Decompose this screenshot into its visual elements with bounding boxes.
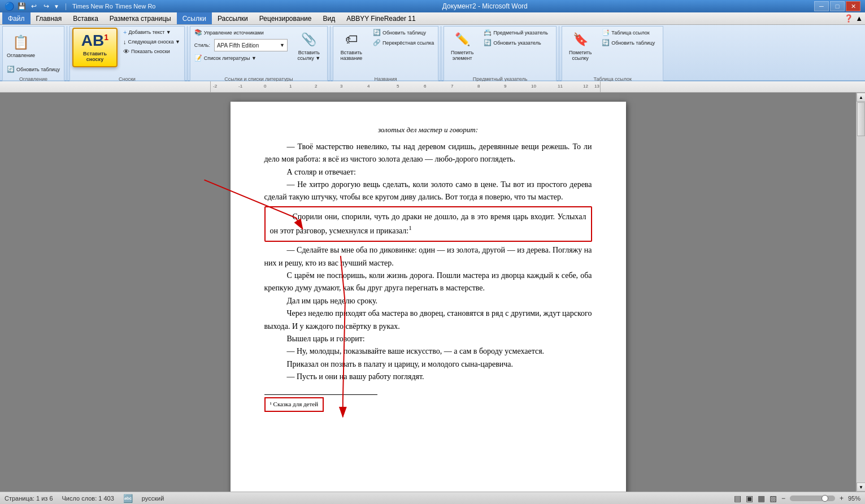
scroll-down-button[interactable]: ▼ [857, 483, 865, 492]
sep3 [330, 26, 331, 84]
insert-ref-label: Вставитьссылку ▼ [298, 50, 321, 61]
nazv-small-buttons: 🔄 Обновить таблицу 🔗 Перекрёстная ссылка [371, 28, 436, 47]
view-layout-icon[interactable]: ▣ [746, 494, 753, 503]
close-button[interactable]: ✕ [846, 1, 860, 11]
quick-save-icon[interactable]: 💾 [16, 1, 27, 11]
ssylki-buttons: 📚 Управление источниками Стиль: APA Fift… [193, 28, 289, 63]
minimize-button[interactable]: ─ [814, 1, 829, 11]
menu-references[interactable]: Ссылки [177, 12, 212, 24]
ribbon-group-ssylki: 📚 Управление источниками Стиль: APA Fift… [190, 26, 328, 84]
update-toa-icon: 🔄 [602, 39, 610, 46]
footnote-text: ¹ Сказка для детей [264, 397, 324, 412]
spell-check-icon[interactable]: 🔤 [123, 494, 133, 503]
zoom-in-button[interactable]: + [840, 494, 844, 502]
scroll-thumb[interactable] [857, 102, 865, 136]
zoom-thumb[interactable] [821, 495, 828, 502]
mark-cit-label: Пометитьссылку [569, 50, 592, 61]
menu-mailings[interactable]: Рассылки [212, 12, 254, 24]
add-icon: + [123, 29, 127, 36]
insert-ref-icon: 📎 [300, 31, 318, 49]
update-idx-icon: 🔄 [484, 39, 492, 46]
para-7: Дал им царь неделю сроку. [264, 295, 592, 307]
index-button[interactable]: 📇 Предметный указатель [482, 28, 550, 37]
oglav-buttons: 📋 Оглавление 🔄 Обновить таблицу [5, 28, 62, 74]
ribbon-group-snoски: AB1 Вставитьсноску + Добавить текст ▼ ↓ … [69, 26, 185, 84]
zoom-out-button[interactable]: − [781, 494, 785, 502]
help-icon[interactable]: ❓ [844, 14, 853, 23]
ogl-icon: 📋 [12, 33, 30, 51]
word-logo-icon: 🔵 [5, 2, 14, 11]
bib-label: Список литературы ▼ [204, 55, 257, 61]
sep2 [187, 26, 188, 84]
view-normal-icon[interactable]: ▤ [734, 494, 741, 503]
snoski-content: AB1 Вставитьсноску + Добавить текст ▼ ↓ … [72, 28, 182, 82]
insert-caption-button[interactable]: 🏷 Вставитьназвание [336, 28, 367, 64]
table-of-auth-button[interactable]: 📑 Таблица ссылок [600, 28, 657, 37]
ribbon-content: 📋 Оглавление 🔄 Обновить таблицу Оглавлен… [0, 25, 865, 84]
cross-reference-button[interactable]: 🔗 Перекрёстная ссылка [371, 38, 436, 47]
predm-content: ✏️ Пометитьэлемент 📇 Предметный указател… [446, 28, 554, 82]
customize-icon[interactable]: ▼ [54, 3, 59, 10]
scroll-track[interactable] [857, 102, 865, 483]
ribbon-group-oglav-content: 📋 Оглавление 🔄 Обновить таблицу [5, 28, 62, 82]
nazv-content: 🏷 Вставитьназвание 🔄 Обновить таблицу 🔗 … [336, 28, 436, 82]
toa-label: Таблица ссылок [611, 30, 650, 36]
highlighted-para: Спорили они, спорили, чуть до драки не д… [270, 211, 586, 237]
bibliography-button[interactable]: 📝 Список литературы ▼ [193, 53, 289, 63]
ribbon-toggle-icon[interactable]: ▲ [855, 14, 863, 23]
next-fn-label: Следующая сноска ▼ [128, 39, 180, 45]
menu-view[interactable]: Вид [317, 12, 341, 24]
style-dropdown[interactable]: APA Fifth Edition ▼ [214, 39, 288, 51]
tabl-small-buttons: 📑 Таблица ссылок 🔄 Обновить таблицу [600, 28, 657, 47]
update-table-ogl-button[interactable]: 🔄 Обновить таблицу [5, 64, 62, 74]
view-web-icon[interactable]: ▨ [770, 494, 777, 503]
zoom-slider[interactable] [790, 496, 835, 501]
style-selector[interactable]: Стиль: APA Fifth Edition ▼ [193, 38, 289, 53]
insert-footnote-button[interactable]: AB1 Вставитьсноску [72, 28, 118, 67]
update-index-button[interactable]: 🔄 Обновить указатель [482, 38, 550, 47]
show-footnotes-button[interactable]: 👁 Показать сноски [121, 47, 182, 56]
xref-label: Перекрёстная ссылка [382, 40, 434, 46]
highlighted-paragraph-wrapper: Спорили они, спорили, чуть до драки не д… [264, 206, 592, 242]
para-1: — Твоё мастерство невелико, ты над дерев… [264, 141, 592, 166]
style-label: Стиль: [194, 42, 210, 48]
document-page: золотых дел мастер и говорит: — Твоё мас… [231, 102, 626, 492]
view-full-icon[interactable]: ▦ [758, 494, 765, 503]
document-area: ▲ ▼ золотых дел мастер и говорит: — Твоё… [0, 93, 865, 492]
next-footnote-button[interactable]: ↓ Следующая сноска ▼ [121, 37, 182, 46]
status-bar-left: Страница: 1 из 6 Число слов: 1 403 🔤 рус… [5, 494, 164, 503]
para-11: Приказал он позвать в палату и царицу, и… [264, 358, 592, 371]
menu-abbyy[interactable]: ABBYY FineReader 11 [341, 12, 421, 24]
para-12: — Пусть и они на вашу работу поглядят. [264, 371, 592, 383]
menu-bar: Файл Главная Вставка Разметка страницы С… [0, 12, 865, 25]
update-toa-button[interactable]: 🔄 Обновить таблицу [600, 38, 657, 47]
ogl-button[interactable]: 📋 Оглавление [5, 28, 37, 64]
mark-entry-icon: ✏️ [453, 31, 471, 49]
redo-icon[interactable]: ↪ [41, 1, 51, 11]
update-table-nazv-button[interactable]: 🔄 Обновить таблицу [371, 28, 436, 37]
status-bar: Страница: 1 из 6 Число слов: 1 403 🔤 рус… [0, 492, 865, 504]
menu-home[interactable]: Главная [31, 12, 68, 24]
menu-file[interactable]: Файл [2, 12, 31, 24]
manage-sources-button[interactable]: 📚 Управление источниками [193, 28, 289, 37]
title-bar-title: Документ2 - Microsoft Word [155, 2, 814, 10]
manage-icon: 📚 [194, 29, 202, 36]
ab-icon: AB1 [81, 33, 108, 49]
right-scrollbar[interactable]: ▲ ▼ [856, 93, 865, 492]
insert-ref-column: 📎 Вставитьссылку ▼ [293, 28, 325, 64]
menu-insert[interactable]: Вставка [67, 12, 104, 24]
scroll-up-button[interactable]: ▲ [857, 93, 865, 102]
menu-page-layout[interactable]: Разметка страницы [104, 12, 177, 24]
update-nazv-label: Обновить таблицу [382, 30, 426, 36]
show-fn-icon: 👁 [123, 48, 129, 55]
mark-citation-button[interactable]: 🔖 Пометитьссылку [564, 28, 596, 64]
undo-icon[interactable]: ↩ [29, 1, 39, 11]
menu-review[interactable]: Рецензирование [254, 12, 318, 24]
mark-entry-button[interactable]: ✏️ Пометитьэлемент [446, 28, 478, 64]
add-text-button[interactable]: + Добавить текст ▼ [121, 28, 182, 37]
maximize-button[interactable]: □ [830, 1, 845, 11]
footnote-wrapper: ¹ Сказка для детей [264, 397, 592, 412]
insert-reference-button[interactable]: 📎 Вставитьссылку ▼ [293, 28, 325, 64]
dropdown-chevron: ▼ [280, 42, 285, 48]
para-6: С царём не поспоришь, коли жизнь дорога.… [264, 270, 592, 295]
